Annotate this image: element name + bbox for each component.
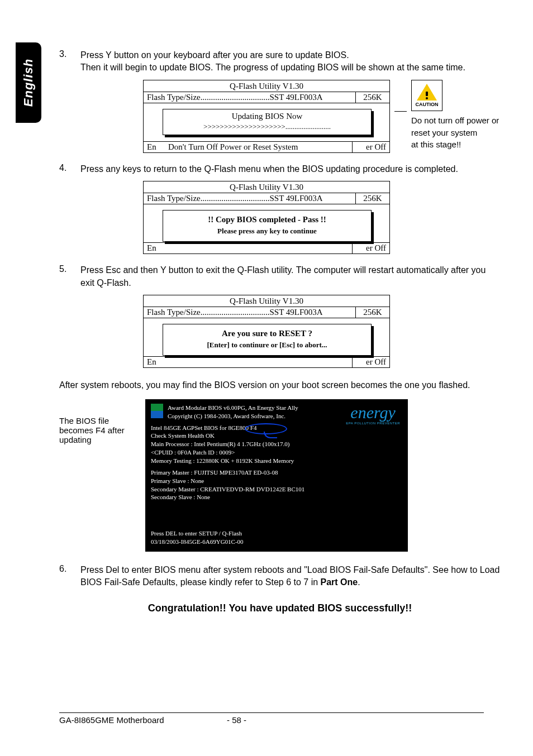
part-one: Part One bbox=[321, 577, 358, 587]
boot-l6: Primary Master : FUJITSU MPE3170AT ED-03… bbox=[151, 468, 402, 477]
step-body: Press Esc and then Y button to exit the … bbox=[80, 264, 501, 289]
en: En bbox=[144, 357, 352, 367]
note-l1: Do not turn off power or bbox=[411, 114, 499, 127]
qbox-title: Q-Flash Utility V1.30 bbox=[144, 295, 389, 307]
flash-type: Flash Type/Size.........................… bbox=[144, 193, 355, 204]
caution-icon: CAUTION bbox=[411, 80, 442, 111]
bios-note: The BIOS file becomes F4 after updating bbox=[59, 399, 137, 444]
boot-screen: energy EPA POLLUTION PREVENTER Award Mod… bbox=[145, 399, 408, 552]
note-l3: updating bbox=[59, 435, 137, 444]
flash-size: 256K bbox=[355, 92, 389, 103]
boot-l7: Primary Slave : None bbox=[151, 477, 402, 485]
er-off: er Off bbox=[352, 357, 389, 367]
step-num: 4. bbox=[59, 163, 80, 175]
text: Press Del to enter BIOS menu after syste… bbox=[80, 565, 499, 587]
award-l2: Copyright (C) 1984-2003, Award Software,… bbox=[168, 412, 298, 420]
qflash-row-3: Q-Flash Utility V1.30 Flash Type/Size...… bbox=[143, 295, 501, 368]
overlay-updating: Updating BIOS Now >>>>>>>>>>>>>>>>>>>>..… bbox=[163, 109, 372, 135]
qbox-foot: En Don't Turn Off Power or Reset System … bbox=[144, 141, 389, 152]
flash-size: 256K bbox=[355, 307, 389, 318]
en: En bbox=[144, 243, 352, 253]
overlay-sub: Please press any key to continue bbox=[163, 227, 371, 241]
language-tab: English bbox=[16, 42, 41, 123]
page-content: 3. Press Y button on your keyboard after… bbox=[59, 49, 501, 614]
flash-size: 256K bbox=[355, 193, 389, 204]
boot-l8: Secondary Master : CREATIVEDVD-RM DVD124… bbox=[151, 485, 402, 494]
boot-l1a: Intel 845GE AGPSet BIOS bbox=[151, 424, 220, 431]
qbox-body: Are you sure to RESET ? [Enter] to conti… bbox=[144, 318, 389, 367]
overlay-progress: >>>>>>>>>>>>>>>>>>>>....................… bbox=[163, 122, 371, 135]
foot-msg: Don't Turn Off Power or Reset System bbox=[160, 142, 298, 152]
overlay-sub: [Enter] to continure or [Esc] to abort..… bbox=[163, 341, 371, 355]
en: En bbox=[147, 142, 160, 152]
step-4: 4. Press any keys to return to the Q-Fla… bbox=[59, 163, 501, 175]
qbox-body: Updating BIOS Now >>>>>>>>>>>>>>>>>>>>..… bbox=[144, 103, 389, 152]
step-num: 3. bbox=[59, 49, 80, 74]
step-6: 6. Press Del to enter BIOS menu after sy… bbox=[59, 564, 501, 589]
caution-label: CAUTION bbox=[416, 102, 439, 107]
award-l1: Award Modular BIOS v6.00PG, An Energy St… bbox=[168, 404, 298, 412]
step-body: Press Y button on your keyboard after yo… bbox=[80, 49, 501, 74]
footer-page: - 58 - bbox=[227, 715, 484, 725]
qflash-row-1: Q-Flash Utility V1.30 Flash Type/Size...… bbox=[143, 80, 501, 153]
note-l2: reset your system bbox=[411, 127, 499, 139]
boot-l9: Secondary Slave : None bbox=[151, 493, 402, 501]
er-off: er Off bbox=[352, 142, 389, 152]
boot-l5: Memory Testing : 122880K OK + 8192K Shar… bbox=[151, 457, 402, 465]
qbox-foot: En er Off bbox=[144, 242, 389, 253]
overlay-reset: Are you sure to RESET ? [Enter] to conti… bbox=[163, 324, 372, 356]
boot-l4: <CPUID : 0F0A Patch ID : 0009> bbox=[151, 448, 402, 457]
note-l1: The BIOS file bbox=[59, 416, 137, 425]
tail: . bbox=[358, 577, 360, 587]
energy-logo: energy EPA POLLUTION PREVENTER bbox=[346, 405, 400, 425]
overlay-completed: !! Copy BIOS completed - Pass !! Please … bbox=[163, 210, 372, 242]
boot-f1: Press DEL to enter SETUP / Q-Flash bbox=[151, 529, 402, 538]
qbox-body: !! Copy BIOS completed - Pass !! Please … bbox=[144, 204, 389, 253]
step-num: 5. bbox=[59, 264, 80, 289]
qbox-flash-row: Flash Type/Size.........................… bbox=[144, 193, 389, 204]
text: Then it will begin to update BIOS. The p… bbox=[80, 63, 465, 72]
connector-line bbox=[394, 111, 407, 112]
footer-left: GA-8I865GME Motherboard bbox=[59, 715, 227, 725]
qflash-row-2: Q-Flash Utility V1.30 Flash Type/Size...… bbox=[143, 181, 501, 254]
overlay-title: Updating BIOS Now bbox=[163, 109, 371, 122]
qbox-foot: En er Off bbox=[144, 356, 389, 367]
note-l3: at this stage!! bbox=[411, 138, 499, 151]
qbox-title: Q-Flash Utility V1.30 bbox=[144, 181, 389, 193]
bootscreen-row: The BIOS file becomes F4 after updating … bbox=[59, 399, 501, 552]
qbox-title: Q-Flash Utility V1.30 bbox=[144, 80, 389, 92]
qbox-flash-row: Flash Type/Size.........................… bbox=[144, 307, 389, 318]
boot-f2: 03/18/2003-I845GE-6A69YG01C-00 bbox=[151, 538, 402, 546]
flash-type: Flash Type/Size.........................… bbox=[144, 307, 355, 318]
energy-text: energy bbox=[350, 403, 396, 422]
award-logo-icon bbox=[151, 404, 163, 418]
language-label: English bbox=[21, 59, 36, 107]
energy-sub: EPA POLLUTION PREVENTER bbox=[346, 422, 400, 425]
flash-type: Flash Type/Size.........................… bbox=[144, 92, 355, 103]
page-footer: GA-8I865GME Motherboard - 58 - bbox=[59, 712, 484, 725]
caution-note: Do not turn off power or reset your syst… bbox=[411, 114, 499, 151]
qflash-box-2: Q-Flash Utility V1.30 Flash Type/Size...… bbox=[143, 181, 390, 254]
text: Press Y button on your keyboard after yo… bbox=[80, 50, 349, 60]
step-body: Press any keys to return to the Q-Flash … bbox=[80, 163, 501, 175]
boot-l3: Main Processor : Intel Pentium(R) 4 1.7G… bbox=[151, 440, 402, 448]
step-body: Press Del to enter BIOS menu after syste… bbox=[80, 564, 501, 589]
qflash-box-3: Q-Flash Utility V1.30 Flash Type/Size...… bbox=[143, 295, 390, 368]
overlay-title: Are you sure to RESET ? bbox=[163, 324, 371, 341]
overlay-title: !! Copy BIOS completed - Pass !! bbox=[163, 210, 371, 227]
after-reboot-text: After system reboots, you may find the B… bbox=[59, 380, 501, 390]
step-num: 6. bbox=[59, 564, 80, 589]
step-3: 3. Press Y button on your keyboard after… bbox=[59, 49, 501, 74]
note-l2: becomes F4 after bbox=[59, 425, 137, 435]
congrats: Congratulation!! You have updated BIOS s… bbox=[59, 602, 501, 614]
step-5: 5. Press Esc and then Y button to exit t… bbox=[59, 264, 501, 289]
warning-triangle-icon bbox=[417, 84, 437, 101]
er-off: er Off bbox=[352, 243, 389, 253]
qflash-box-1: Q-Flash Utility V1.30 Flash Type/Size...… bbox=[143, 80, 390, 153]
qbox-flash-row: Flash Type/Size.........................… bbox=[144, 92, 389, 103]
